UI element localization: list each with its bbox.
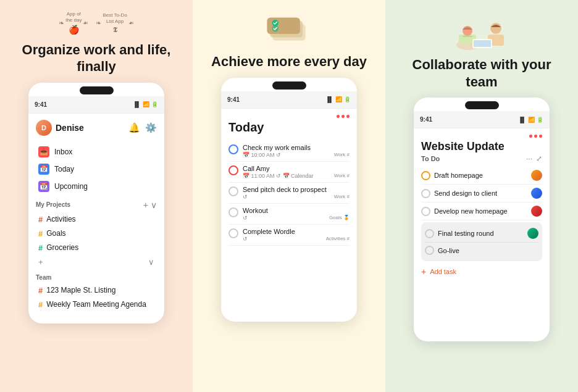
task-item[interactable]: Check my work emails 📅 10:00 AM ↺ Work # [228, 141, 350, 162]
status-time-right: 9:41 [420, 116, 432, 123]
nav-today[interactable]: 📅 Today [36, 161, 157, 178]
dot-icon [529, 135, 532, 138]
badges-row: ❧ App of the day 🍎 ❧ ❧ Best To-Do List A… [59, 11, 134, 35]
task-circle [228, 207, 238, 217]
middle-panel: Achieve more every day 9:41 ▐▌ 📶 🔋 Today [193, 0, 385, 392]
dynamic-island-mid [272, 81, 306, 90]
todo-section-header: To Do ··· ⤢ [421, 154, 542, 163]
phone-content-left: D Denise 🔔 ⚙️ 📥 Inbox 📅 Today 📆 Upcoming [28, 114, 164, 323]
task-circle [228, 228, 238, 238]
status-time: 9:41 [35, 101, 47, 108]
today-icon: 📅 [38, 164, 49, 175]
status-time-mid: 9:41 [227, 96, 240, 103]
phone-status-bar-mid: 9:41 ▐▌ 📶 🔋 [221, 91, 357, 109]
task-item[interactable]: Workout ↺ Goals 🏅 [228, 204, 350, 225]
chevron-down-icon-2[interactable]: ∨ [148, 257, 154, 267]
task-avatar [531, 206, 542, 217]
status-icons: ▐▌ 📶 🔋 [133, 101, 158, 107]
dynamic-island [80, 86, 114, 94]
team-section: Team [36, 274, 157, 281]
section-actions: + ∨ [143, 200, 157, 210]
todo-task[interactable]: Final testing round [425, 225, 538, 243]
hash-icon: # [38, 215, 43, 224]
hash-icon: # [38, 243, 43, 252]
project-goals[interactable]: # Goals [36, 227, 157, 241]
svg-point-9 [490, 23, 501, 34]
task-avatar [531, 170, 542, 181]
task-item[interactable]: Complete Wordle ↺ Activities # [228, 225, 350, 246]
add-project-row: + ∨ [36, 255, 157, 269]
user-row: D Denise 🔔 ⚙️ [36, 120, 157, 136]
hash-icon: # [38, 229, 43, 238]
phone-content-right: Website Update To Do ··· ⤢ Draft homepag… [414, 128, 550, 341]
task-circle [228, 165, 238, 175]
check-illustration [264, 11, 314, 48]
username: Denise [56, 123, 128, 133]
dot-icon [346, 115, 350, 118]
svg-rect-12 [474, 40, 491, 47]
left-panel: ❧ App of the day 🍎 ❧ ❧ Best To-Do List A… [0, 0, 193, 392]
add-icon[interactable]: + [143, 200, 148, 210]
project-activities[interactable]: # Activities [36, 212, 157, 227]
todo-task[interactable]: Go-live [425, 243, 538, 259]
task-item[interactable]: Send pitch deck to prospect ↺ Work # [228, 183, 350, 204]
dot-icon [534, 135, 537, 138]
nav-upcoming[interactable]: 📆 Upcoming [36, 178, 157, 195]
team-item-maple[interactable]: # 123 Maple St. Listing [36, 283, 157, 298]
dot-icon [539, 135, 542, 138]
header-icons: 🔔 ⚙️ [128, 122, 157, 133]
middle-panel-heading: Achieve more every day [211, 53, 367, 70]
svg-rect-2 [267, 17, 299, 34]
project-title: Website Update [421, 140, 542, 153]
more-options-icon[interactable]: ··· [526, 154, 532, 163]
chevron-down-icon[interactable]: ∨ [151, 200, 157, 210]
team-item-meeting[interactable]: # Weekly Team Meeting Agenda [36, 298, 157, 312]
nav-inbox[interactable]: 📥 Inbox [36, 143, 157, 161]
inbox-icon: 📥 [38, 146, 49, 157]
left-phone-mockup: 9:41 ▐▌ 📶 🔋 D Denise 🔔 ⚙️ 📥 Inbox [28, 83, 164, 323]
avatar: D [36, 120, 52, 136]
expand-icon[interactable]: ⤢ [536, 154, 542, 163]
todo-task[interactable]: Develop new homepage [421, 202, 542, 220]
best-todo-badge: ❧ Best To-Do List App 𝕿 ❧ [96, 12, 133, 34]
phone-status-bar-right: 9:41 ▐▌ 📶 🔋 [414, 111, 550, 128]
add-task-icon: + [421, 267, 426, 277]
right-panel: Collaborate with your team 9:41 ▐▌ 📶 🔋 W… [385, 0, 578, 392]
task-circle [425, 229, 434, 238]
dot-icon [341, 115, 345, 118]
left-panel-heading: Organize work and life, finally [10, 41, 183, 75]
middle-phone-mockup: 9:41 ▐▌ 📶 🔋 Today Check my work emails [221, 78, 357, 322]
todo-task[interactable]: Draft homepage [421, 167, 542, 185]
project-groceries[interactable]: # Groceries [36, 241, 157, 255]
todo-label: To Do [421, 155, 440, 162]
task-circle [228, 144, 238, 154]
task-circle [421, 207, 430, 216]
dot-icon [337, 115, 340, 118]
add-task-label: Add task [430, 268, 456, 275]
people-illustration [448, 11, 516, 51]
my-projects-section: My Projects + ∨ [36, 200, 157, 210]
upcoming-icon: 📆 [38, 181, 49, 192]
team-label: Team [36, 274, 51, 281]
add-task-row[interactable]: + Add task [421, 263, 542, 280]
today-header: Today [228, 120, 350, 135]
task-circle [228, 186, 238, 196]
task-circle [421, 171, 430, 180]
bell-icon[interactable]: 🔔 [128, 122, 140, 133]
task-avatar [527, 228, 538, 239]
right-phone-mockup: 9:41 ▐▌ 📶 🔋 Website Update To Do ··· ⤢ [414, 98, 550, 341]
hash-icon: # [38, 286, 43, 295]
task-item[interactable]: Call Amy 📅 11:00 AM ↺ 📅 Calendar Work # [228, 162, 350, 183]
my-projects-label: My Projects [36, 201, 70, 208]
add-project-icon[interactable]: + [38, 257, 43, 267]
highlighted-group: Final testing round Go-live [421, 222, 542, 261]
dynamic-island-right [465, 101, 499, 109]
todo-task[interactable]: Send design to client [421, 185, 542, 202]
hash-icon: # [38, 300, 43, 309]
task-circle [425, 246, 434, 255]
task-avatar [531, 188, 542, 199]
app-of-day-badge: ❧ App of the day 🍎 ❧ [59, 11, 88, 35]
gear-icon[interactable]: ⚙️ [145, 122, 157, 133]
phone-status-bar: 9:41 ▐▌ 📶 🔋 [28, 96, 164, 114]
svg-rect-8 [463, 36, 472, 37]
